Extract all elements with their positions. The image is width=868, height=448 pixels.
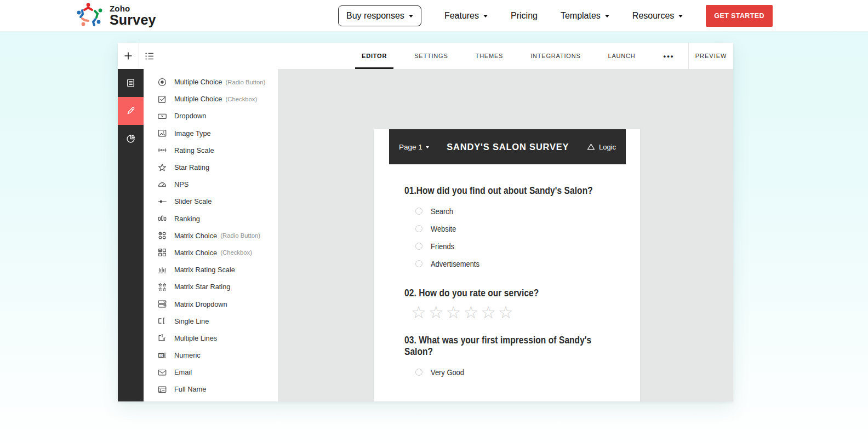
rail-item-pages[interactable]	[118, 69, 144, 97]
star-rating-icon[interactable]: ☆	[498, 302, 513, 323]
page-selector[interactable]: Page 1	[399, 143, 429, 151]
question-type-multiple-choice-checkbox[interactable]: Multiple Choice (Checkbox)	[144, 90, 278, 107]
preview-button[interactable]: PREVIEW	[688, 43, 733, 69]
matrix-radio-icon	[157, 231, 167, 240]
logic-triangle-icon	[587, 143, 595, 151]
rail-item-editor[interactable]	[118, 97, 144, 125]
star-rating-icon[interactable]: ☆	[429, 302, 444, 323]
question-type-single-line[interactable]: Single Line	[144, 313, 278, 330]
document-icon	[125, 78, 136, 88]
radio-button-icon	[157, 77, 167, 87]
star-rating-icon[interactable]: ☆	[481, 302, 496, 323]
tab-editor[interactable]: EDITOR	[355, 43, 393, 69]
editor-body: Multiple Choice (Radio Button) Multiple …	[118, 69, 733, 401]
more-menu-icon[interactable]: •••	[649, 43, 689, 69]
tab-launch[interactable]: LAUNCH	[602, 43, 642, 69]
question-type-label: Matrix Star Rating	[174, 283, 230, 291]
question-type-label: Dropdown	[174, 112, 206, 120]
zoho-survey-logo[interactable]: Zoho Survey	[77, 2, 156, 30]
option-label: Search	[431, 206, 453, 216]
radio-icon	[415, 243, 422, 250]
nav-templates[interactable]: Templates	[561, 11, 609, 21]
question-type-multiple-lines[interactable]: Multiple Lines	[144, 330, 278, 347]
tab-integrations[interactable]: INTEGRATIONS	[524, 43, 587, 69]
nav-features[interactable]: Features	[444, 11, 488, 21]
logic-button-label: Logic	[599, 143, 616, 151]
question-type-label: NPS	[174, 180, 189, 188]
question-type-sublabel: (Checkbox)	[226, 96, 258, 102]
logo-text: Zoho Survey	[110, 4, 156, 27]
survey-title: SANDY'S SALON SURVEY	[429, 142, 587, 152]
option-label: Friends	[431, 242, 454, 251]
question-type-image[interactable]: Image Type	[144, 125, 278, 142]
tab-settings[interactable]: SETTINGS	[408, 43, 454, 69]
rail-item-reports[interactable]	[118, 125, 144, 153]
question-2-title[interactable]: 02. How do you rate our service?	[404, 288, 624, 299]
survey-page-bar: Page 1 SANDY'S SALON SURVEY Logic	[389, 129, 626, 164]
dropdown-icon	[157, 111, 167, 121]
chevron-down-icon	[678, 15, 683, 18]
question-type-label: Matrix Rating Scale	[174, 266, 235, 274]
page-selector-label: Page 1	[399, 143, 422, 151]
add-button[interactable]	[118, 43, 139, 69]
checkbox-icon	[157, 94, 167, 104]
question-type-matrix-choice-radio[interactable]: Matrix Choice (Radio Button)	[144, 227, 278, 244]
question-list-toggle[interactable]	[139, 43, 160, 69]
svg-text:123: 123	[159, 354, 165, 357]
rating-scale-icon	[157, 145, 167, 155]
question-type-dropdown[interactable]: Dropdown	[144, 107, 278, 124]
nav-pricing-label: Pricing	[511, 11, 538, 21]
question-type-label: Full Name	[174, 385, 206, 393]
star-rating-icon[interactable]: ☆	[463, 302, 478, 323]
nav-features-label: Features	[444, 11, 479, 21]
question-type-numeric[interactable]: 123 Numeric	[144, 347, 278, 364]
question-1-title[interactable]: 01.How did you find out about Sandy's Sa…	[404, 185, 624, 197]
question-type-label: Multiple Choice	[174, 95, 222, 103]
question-3-title-text: 03. What was your first impression of Sa…	[404, 335, 593, 358]
option-label: Very Good	[431, 367, 464, 377]
question-type-star-rating[interactable]: Star Rating	[144, 159, 278, 176]
buy-responses-button[interactable]: Buy responses	[338, 5, 421, 26]
question-type-email[interactable]: Email	[144, 364, 278, 381]
question-type-label: Star Rating	[174, 163, 209, 171]
buy-responses-label: Buy responses	[346, 11, 404, 21]
chevron-down-icon	[605, 15, 609, 18]
pie-chart-icon	[125, 134, 136, 144]
radio-icon	[415, 208, 422, 215]
logo-zoho-label: Zoho	[110, 4, 156, 13]
email-icon	[157, 367, 167, 377]
question-type-matrix-star-rating[interactable]: Matrix Star Rating	[144, 278, 278, 295]
chevron-down-icon	[409, 15, 413, 18]
zoho-survey-logo-icon	[77, 2, 104, 30]
question-type-label: Single Line	[174, 317, 209, 325]
question-type-label: Numeric	[174, 351, 201, 359]
ranking-icon	[157, 214, 167, 223]
question-3-title[interactable]: 03. What was your first impression of Sa…	[404, 335, 624, 358]
numeric-icon: 123	[157, 351, 167, 360]
radio-option[interactable]: Website	[415, 220, 624, 237]
get-started-button[interactable]: GET STARTED	[706, 5, 773, 27]
radio-option[interactable]: Very Good	[415, 363, 624, 381]
question-type-multiple-choice-radio[interactable]: Multiple Choice (Radio Button)	[144, 73, 278, 90]
question-type-label: Ranking	[174, 215, 200, 223]
question-type-rating-scale[interactable]: Rating Scale	[144, 142, 278, 159]
matrix-checkbox-icon	[157, 248, 167, 257]
question-type-nps[interactable]: NPS	[144, 176, 278, 193]
star-rating-icon[interactable]: ☆	[446, 302, 461, 323]
radio-option[interactable]: Advertisements	[415, 255, 624, 272]
nav-pricing[interactable]: Pricing	[511, 11, 538, 21]
radio-option[interactable]: Friends	[415, 237, 624, 255]
tab-themes[interactable]: THEMES	[469, 43, 510, 69]
question-type-full-name[interactable]: Full Name	[144, 381, 278, 398]
star-rating-icon[interactable]: ☆	[411, 302, 426, 323]
question-type-slider-scale[interactable]: Slider Scale	[144, 193, 278, 210]
question-3-options: Very Good	[415, 363, 624, 381]
radio-option[interactable]: Search	[415, 202, 624, 220]
question-type-label: Rating Scale	[174, 146, 214, 154]
logic-button[interactable]: Logic	[587, 143, 616, 151]
question-type-matrix-dropdown[interactable]: Matrix Dropdown	[144, 295, 278, 312]
question-type-matrix-rating-scale[interactable]: Matrix Rating Scale	[144, 261, 278, 278]
question-type-matrix-choice-checkbox[interactable]: Matrix Choice (Checkbox)	[144, 244, 278, 261]
question-type-ranking[interactable]: Ranking	[144, 210, 278, 227]
nav-resources[interactable]: Resources	[632, 11, 683, 21]
